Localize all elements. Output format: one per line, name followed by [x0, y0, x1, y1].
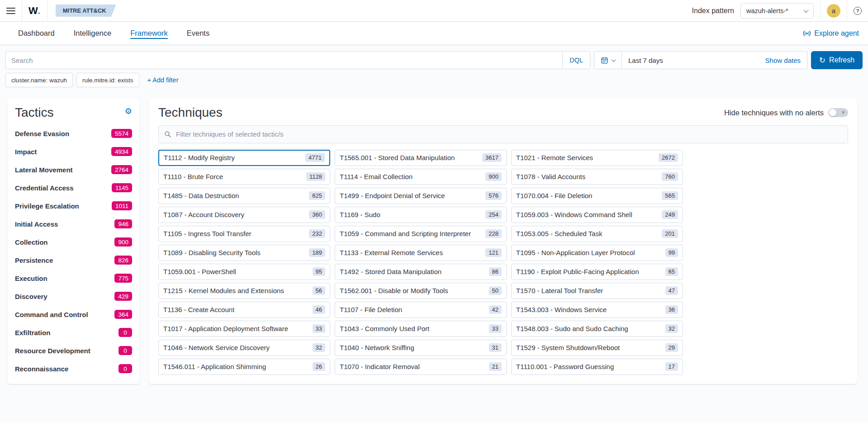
- technique-label: T1021 - Remote Services: [516, 154, 593, 161]
- tactic-item[interactable]: Credential Access 1145: [15, 179, 132, 197]
- filter-pill[interactable]: cluster.name: wazuh: [5, 73, 73, 87]
- hide-techniques-toggle[interactable]: ×: [828, 108, 848, 117]
- technique-card[interactable]: T1070.004 - File Deletion 565: [511, 188, 683, 204]
- technique-label: T1492 - Stored Data Manipulation: [340, 268, 441, 275]
- technique-card[interactable]: T1112 - Modify Registry 4771: [158, 150, 330, 166]
- technique-card[interactable]: T1548.003 - Sudo and Sudo Caching 32: [511, 321, 683, 337]
- wazuh-logo[interactable]: W.: [28, 5, 41, 17]
- technique-label: T1059 - Command and Scripting Interprete…: [340, 230, 471, 237]
- technique-card[interactable]: T1059.001 - PowerShell 95: [158, 264, 330, 280]
- add-filter-button[interactable]: + Add filter: [147, 76, 179, 84]
- search-box: DQL: [5, 51, 590, 69]
- toggle-thumb: [829, 109, 836, 116]
- technique-filter-input[interactable]: [176, 130, 842, 138]
- technique-card[interactable]: T1040 - Network Sniffing 31: [335, 340, 507, 356]
- show-dates-button[interactable]: Show dates: [759, 57, 807, 64]
- technique-card[interactable]: T1190 - Exploit Public-Facing Applicatio…: [511, 264, 683, 280]
- hide-toggle-label: Hide techniques with no alerts: [724, 109, 824, 117]
- technique-card[interactable]: T1215 - Kernel Modules and Extensions 56: [158, 283, 330, 299]
- tab[interactable]: Framework: [130, 27, 168, 39]
- tactic-item[interactable]: Collection 900: [15, 233, 132, 251]
- techniques-title: Techniques: [158, 105, 223, 120]
- tactic-label: Collection: [15, 238, 48, 246]
- tactic-item[interactable]: Exfiltration 0: [15, 323, 132, 341]
- technique-label: T1190 - Exploit Public-Facing Applicatio…: [516, 268, 639, 275]
- technique-card[interactable]: T1114 - Email Collection 900: [335, 169, 507, 185]
- calendar-menu-button[interactable]: [594, 52, 622, 69]
- tactic-item[interactable]: Reconnaissance 0: [15, 360, 132, 378]
- filter-pill[interactable]: rule.mitre.id: exists: [76, 73, 139, 87]
- technique-card[interactable]: T1017 - Application Deployment Software …: [158, 321, 330, 337]
- technique-card[interactable]: T1110.001 - Password Guessing 17: [511, 359, 683, 375]
- search-input[interactable]: [6, 57, 562, 64]
- tactic-item[interactable]: Impact 4934: [15, 142, 132, 161]
- technique-card[interactable]: T1107 - File Deletion 42: [335, 302, 507, 318]
- technique-card[interactable]: T1492 - Stored Data Manipulation 86: [335, 264, 507, 280]
- technique-card[interactable]: T1485 - Data Destruction 625: [158, 188, 330, 204]
- tactic-count-badge: 900: [114, 237, 132, 247]
- technique-card[interactable]: T1546.011 - Application Shimming 26: [158, 359, 330, 375]
- tactic-label: Command and Control: [15, 311, 88, 318]
- technique-card[interactable]: T1043 - Commonly Used Port 33: [335, 321, 507, 337]
- technique-card[interactable]: T1070 - Indicator Removal 21: [335, 359, 507, 375]
- tactic-item[interactable]: Defense Evasion 5574: [15, 124, 132, 142]
- technique-card[interactable]: T1543.003 - Windows Service 36: [511, 302, 683, 318]
- technique-label: T1095 - Non-Application Layer Protocol: [516, 249, 635, 256]
- tactic-label: Privilege Escalation: [15, 202, 79, 210]
- tab[interactable]: Events: [187, 27, 209, 39]
- index-pattern-select[interactable]: wazuh-alerts-*: [740, 3, 814, 19]
- technique-count-badge: 254: [485, 210, 502, 219]
- technique-card[interactable]: T1078 - Valid Accounts 760: [511, 169, 683, 185]
- technique-card[interactable]: T1089 - Disabling Security Tools 189: [158, 245, 330, 261]
- technique-card[interactable]: T1087 - Account Discovery 360: [158, 207, 330, 223]
- tab[interactable]: Intelligence: [74, 27, 111, 39]
- tab[interactable]: Dashboard: [18, 27, 55, 39]
- tactic-label: Defense Evasion: [15, 130, 69, 138]
- tactic-item[interactable]: Discovery 429: [15, 287, 132, 305]
- time-range-value[interactable]: Last 7 days: [622, 57, 669, 64]
- technique-label: T1548.003 - Sudo and Sudo Caching: [516, 325, 628, 332]
- tactics-title: Tactics: [15, 105, 54, 120]
- gear-icon[interactable]: ⚙: [125, 107, 132, 115]
- technique-card[interactable]: T1562.001 - Disable or Modify Tools 50: [335, 283, 507, 299]
- technique-card[interactable]: T1110 - Brute Force 1128: [158, 169, 330, 185]
- tactic-item[interactable]: Persistence 826: [15, 251, 132, 269]
- tactic-item[interactable]: Lateral Movement 2764: [15, 161, 132, 179]
- tactic-item[interactable]: Execution 775: [15, 269, 132, 287]
- tactic-item[interactable]: Privilege Escalation 1011: [15, 197, 132, 215]
- technique-label: T1110 - Brute Force: [163, 173, 223, 180]
- technique-filter-box: [158, 125, 848, 143]
- menu-icon[interactable]: [6, 8, 15, 14]
- app-title-badge: MITRE ATT&CK: [56, 5, 116, 17]
- technique-card[interactable]: T1021 - Remote Services 2672: [511, 150, 683, 166]
- close-icon: ×: [841, 109, 845, 115]
- avatar[interactable]: a: [827, 4, 840, 18]
- technique-count-badge: 189: [309, 248, 325, 257]
- technique-label: T1107 - File Deletion: [340, 306, 402, 313]
- tactic-item[interactable]: Command and Control 364: [15, 305, 132, 323]
- dql-button[interactable]: DQL: [562, 52, 590, 69]
- technique-card[interactable]: T1565.001 - Stored Data Manipulation 361…: [335, 150, 507, 166]
- technique-card[interactable]: T1105 - Ingress Tool Transfer 232: [158, 226, 330, 242]
- technique-card[interactable]: T1095 - Non-Application Layer Protocol 9…: [511, 245, 683, 261]
- technique-card[interactable]: T1133 - External Remote Services 121: [335, 245, 507, 261]
- technique-count-badge: 760: [662, 172, 678, 181]
- tactic-item[interactable]: Initial Access 946: [15, 215, 132, 233]
- help-icon[interactable]: ?: [854, 7, 862, 15]
- chevron-down-icon: [803, 7, 808, 12]
- technique-count-badge: 21: [489, 362, 502, 371]
- refresh-button[interactable]: ↻ Refresh: [811, 51, 863, 69]
- tactic-item[interactable]: Resource Development 0: [15, 341, 132, 360]
- technique-card[interactable]: T1053.005 - Scheduled Task 201: [511, 226, 683, 242]
- technique-card[interactable]: T1570 - Lateral Tool Transfer 47: [511, 283, 683, 299]
- technique-card[interactable]: T1059 - Command and Scripting Interprete…: [335, 226, 507, 242]
- technique-card[interactable]: T1059.003 - Windows Command Shell 249: [511, 207, 683, 223]
- technique-card[interactable]: T1046 - Network Service Discovery 32: [158, 340, 330, 356]
- explore-agent-link[interactable]: Explore agent: [803, 29, 859, 38]
- technique-card[interactable]: T1529 - System Shutdown/Reboot 29: [511, 340, 683, 356]
- tactic-count-badge: 429: [114, 292, 132, 301]
- technique-count-badge: 625: [309, 191, 325, 200]
- technique-card[interactable]: T1169 - Sudo 254: [335, 207, 507, 223]
- technique-card[interactable]: T1136 - Create Account 46: [158, 302, 330, 318]
- technique-card[interactable]: T1499 - Endpoint Denial of Service 576: [335, 188, 507, 204]
